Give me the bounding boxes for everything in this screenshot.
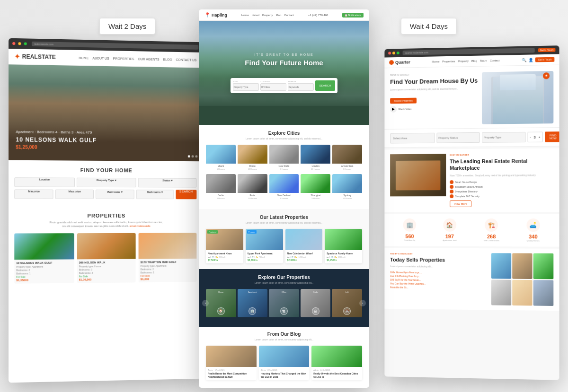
cnav-contact[interactable]: Contact: [284, 14, 294, 17]
right-user-icon[interactable]: 👤: [528, 58, 533, 62]
prop-card-2[interactable]: 206 NELSON WALK Property type: House Bed…: [77, 233, 136, 283]
cprop-card-1[interactable]: Featured New Apartment Khoo 🛏 3 🚿 2 📐 90…: [206, 229, 243, 263]
rnav-team[interactable]: Team: [480, 59, 487, 62]
right-hero-building-img: ★: [482, 71, 553, 124]
prop-card-1[interactable]: 10 NELSONS WALK GULF Property type: Apar…: [14, 233, 74, 284]
bathrooms-input[interactable]: Bathrooms ▾: [136, 190, 174, 199]
center-phone: +1 (47) 770 466: [308, 14, 328, 17]
cprop-card-4[interactable]: Spacious Family Home 🛏 5 🚿 4 📐 2000sqft …: [325, 229, 362, 263]
dark-icon-apartment: 🏢: [248, 307, 256, 315]
cprop-card-3[interactable]: New Caledonian Wharf 🛏 4 🚿 3 📐 1200sqft …: [285, 229, 323, 263]
blog-card-2[interactable]: Admin · 22 Jul 2021 Housing Markets That…: [259, 346, 310, 380]
today-link-5[interactable]: From the the Gr...: [390, 286, 488, 289]
feature-icon-1: [450, 180, 453, 184]
properties-title: PROPERTIES: [14, 213, 196, 218]
carousel-next[interactable]: ›: [359, 300, 366, 306]
nav-blog[interactable]: BLOG: [163, 58, 172, 61]
city-card-rome[interactable]: Rome12 Houses: [238, 145, 267, 171]
city-card-paris[interactable]: Paris15 Houses: [238, 174, 267, 200]
dark-prop-house[interactable]: 🏠 House: [206, 289, 236, 317]
location-input[interactable]: Location: [14, 177, 75, 187]
cnav-listed[interactable]: Listed: [252, 14, 259, 17]
city-card-newdelhi[interactable]: New Delhi7 Houses: [269, 145, 299, 171]
prop-card-3[interactable]: $170 TRAPTON RUD GOLF Property type: Apa…: [139, 233, 196, 282]
rental-img-inner: [390, 154, 446, 196]
max-price-input[interactable]: Max price: [55, 190, 94, 199]
today-link-4[interactable]: You Can Buy the Prime Oasthou...: [390, 282, 488, 286]
center-cta-btn[interactable]: 📋 Notifications: [342, 13, 364, 17]
city-card-sydney[interactable]: Sydney11 Houses: [332, 174, 362, 200]
rnav-blog[interactable]: Blog: [471, 60, 477, 62]
dark-prop-studio[interactable]: 🏛 Studio: [301, 289, 331, 317]
right-site: quarter-realestate.com Get In Touch Quar…: [384, 45, 559, 380]
bedrooms-input[interactable]: Bedrooms ▾: [96, 190, 134, 199]
property-type-select[interactable]: Property Type ▾: [77, 178, 136, 187]
rnav-properties[interactable]: Properties: [442, 60, 455, 63]
explore-cities-desc: Lorem ipsum dolor sit amet, consectetur …: [206, 137, 362, 140]
right-nav-cta-top[interactable]: Get In Touch: [538, 48, 556, 52]
today-link-1[interactable]: 100+ Homes/Apts Free to yr. ...: [390, 271, 488, 274]
city-card-berlin[interactable]: Berlin6 Houses: [206, 174, 236, 200]
city-card-shanghai[interactable]: Shanghai9 Houses: [301, 174, 330, 200]
carousel-prev[interactable]: ‹: [202, 300, 209, 306]
stepper-value: 3: [532, 135, 538, 139]
cnav-property[interactable]: Property: [262, 14, 273, 17]
rnav-contact[interactable]: Contact: [490, 59, 500, 62]
dot-red: [12, 42, 15, 45]
nav-properties[interactable]: PROPERTIES: [113, 57, 134, 61]
rnav-property[interactable]: Property: [458, 60, 469, 62]
center-type-input[interactable]: [233, 83, 259, 91]
nav-contact[interactable]: CONTACT US: [176, 58, 197, 61]
rnav-home[interactable]: Home: [432, 60, 440, 63]
today-img-2[interactable]: [512, 253, 532, 279]
dark-prop-apartment[interactable]: 🏢 Apartment: [238, 289, 268, 317]
right-search-icon[interactable]: 🔍: [522, 58, 526, 62]
nav-home[interactable]: HOME: [79, 56, 89, 59]
stepper-plus[interactable]: +: [539, 136, 541, 139]
nav-about[interactable]: ABOUT US: [92, 56, 109, 60]
right-rental-cta[interactable]: View More: [450, 200, 471, 207]
feature-4: Complete 24/7 Security: [450, 194, 553, 198]
center-screenshot: 📍 Hapiing Home Listed Property Map Conta…: [199, 9, 369, 388]
status-select[interactable]: Status ▾: [138, 178, 197, 187]
right-type-select[interactable]: [482, 132, 526, 143]
dark-prop-loft[interactable]: 🏰 Loft: [332, 289, 362, 317]
search-button-left[interactable]: SEARCH: [176, 190, 196, 199]
center-keyword-input[interactable]: [288, 83, 314, 91]
city-img-newdelhi: [269, 145, 299, 164]
right-status-select[interactable]: [436, 132, 479, 143]
cnav-map[interactable]: Map: [276, 14, 282, 17]
city-card-london[interactable]: London20 Houses: [301, 145, 330, 171]
city-card-miami[interactable]: Miami5 Houses: [206, 145, 236, 171]
stat-construction-label: Total Constructions: [483, 239, 499, 242]
right-find-button[interactable]: FIND NOW: [545, 131, 559, 142]
center-site: 📍 Hapiing Home Listed Property Map Conta…: [199, 9, 369, 388]
today-img-3[interactable]: [533, 253, 554, 279]
blog-desc: Lorem ipsum dolor sit amet, consectetur …: [206, 338, 362, 341]
blog-info-2: Admin · 22 Jul 2021 Housing Markets That…: [259, 367, 310, 380]
min-price-input[interactable]: Min price: [14, 190, 53, 199]
today-img-5[interactable]: [512, 280, 532, 306]
cprop-card-2[interactable]: Popular Upper Park Apartment 🛏 2 🚿 1 📐 7…: [246, 229, 283, 263]
stepper-minus[interactable]: -: [530, 136, 531, 139]
right-contact-btn[interactable]: Get In Touch: [535, 57, 554, 62]
nav-agents[interactable]: OUR AGENTS: [138, 57, 159, 61]
today-link-3[interactable]: 100 Sq Ft for the Year Soun...: [390, 278, 488, 282]
right-hero-btn[interactable]: Browse Properties: [390, 98, 417, 104]
city-card-amsterdam[interactable]: Amsterdam8 Houses: [332, 145, 362, 171]
right-area-input[interactable]: [390, 133, 435, 144]
center-search-button[interactable]: SEARCH: [315, 80, 335, 91]
city-card-newzealand[interactable]: New Zealand4 Houses: [269, 174, 299, 200]
today-img-1[interactable]: [491, 253, 511, 279]
today-img-4[interactable]: [491, 279, 511, 305]
dark-prop-office[interactable]: 🏗 Office: [269, 289, 299, 317]
cnav-home[interactable]: Home: [241, 14, 249, 17]
blog-card-1[interactable]: Admin · 17 Jul 2021 Really Ruins the Mos…: [206, 346, 257, 380]
latest-properties-section: Our Latest Properties Lorem ipsum dolor …: [199, 209, 369, 269]
right-hero-play-btn[interactable]: ▶: [390, 106, 397, 113]
today-img-6[interactable]: [533, 280, 554, 306]
blog-card-3[interactable]: Admin · 24 Jul 2021 Really Unveils the B…: [311, 346, 362, 380]
right-hero-section: BEST IN MARKET Find Your Dream House By …: [384, 65, 559, 130]
today-link-2[interactable]: Live Info/Booking Free for y...: [390, 275, 488, 279]
center-location-input[interactable]: [260, 83, 286, 91]
